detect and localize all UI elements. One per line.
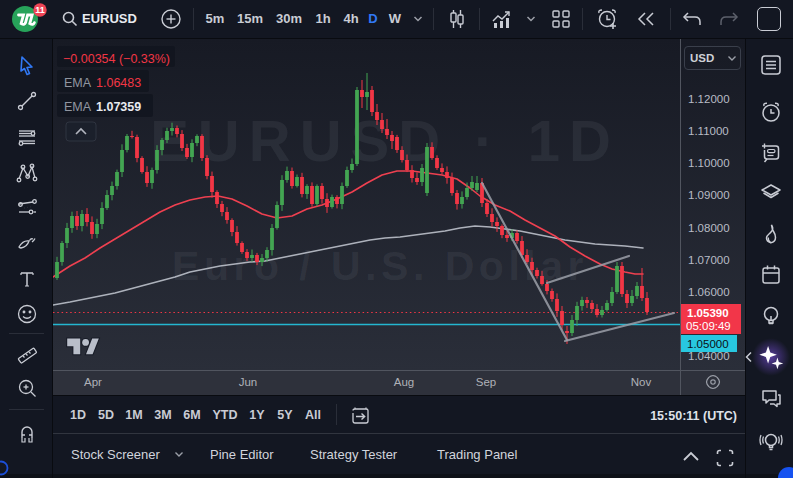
svg-text:1.11000: 1.11000 [688, 125, 729, 137]
svg-text:Sep: Sep [476, 376, 496, 388]
svg-text:1.07359: 1.07359 [96, 100, 141, 114]
svg-text:05:09:49: 05:09:49 [686, 320, 731, 332]
svg-text:1.09000: 1.09000 [688, 189, 730, 201]
svg-text:Nov: Nov [631, 376, 652, 388]
svg-text:−0.00354 (−0.33%): −0.00354 (−0.33%) [63, 52, 170, 66]
svg-text:11: 11 [35, 5, 45, 15]
svg-text:Apr: Apr [84, 376, 102, 388]
svg-text:1.10000: 1.10000 [688, 157, 730, 169]
svg-text:EMA: EMA [64, 100, 92, 114]
svg-text:1.12000: 1.12000 [688, 93, 730, 105]
svg-text:1.07000: 1.07000 [688, 254, 730, 266]
svg-text:1.06483: 1.06483 [96, 76, 141, 90]
svg-text:EURUSD · 1D: EURUSD · 1D [150, 108, 620, 173]
svg-text:1.05390: 1.05390 [687, 307, 729, 319]
svg-text:Euro / U.S. Dollar: Euro / U.S. Dollar [172, 243, 588, 289]
svg-text:1.06000: 1.06000 [688, 286, 730, 298]
svg-text:1.08000: 1.08000 [688, 222, 730, 234]
svg-text:Jun: Jun [239, 376, 258, 388]
svg-text:Aug: Aug [394, 376, 414, 388]
svg-text:EMA: EMA [64, 76, 92, 90]
svg-text:1.05000: 1.05000 [687, 338, 729, 350]
